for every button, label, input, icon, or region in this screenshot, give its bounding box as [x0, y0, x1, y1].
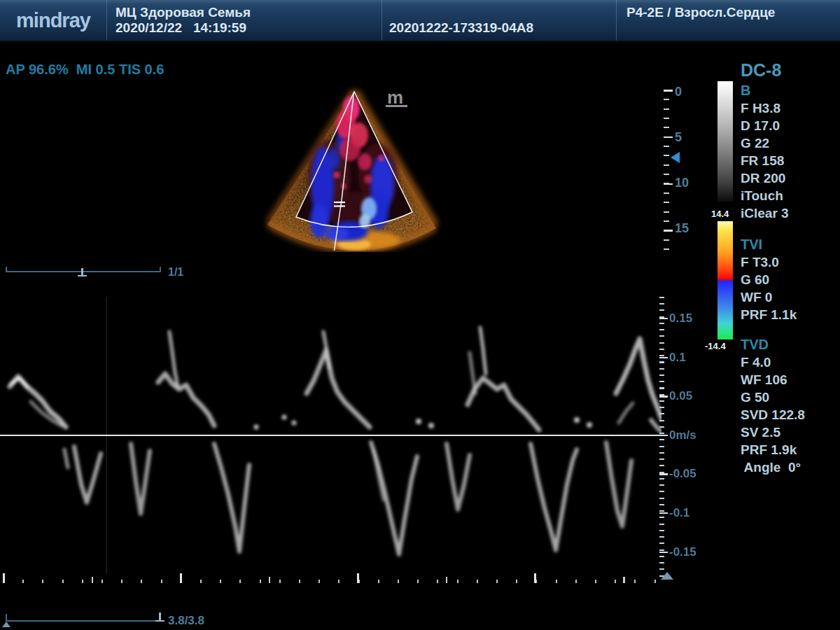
baseline [0, 435, 662, 436]
color-roi [296, 92, 412, 241]
tvi-param: PRF 1.1k [741, 306, 840, 323]
tvd-param: F 4.0 [741, 354, 840, 371]
sweep-track [6, 620, 161, 622]
tvi-param: F T3.0 [741, 253, 840, 271]
b-param: D 17.0 [741, 117, 840, 134]
tvi-colorbar [718, 221, 733, 340]
sweep-time-indicator: 3.8/3.8 [168, 614, 204, 628]
b-param: FR 158 [741, 152, 840, 169]
focus-marker-icon[interactable] [671, 152, 680, 163]
probe-preset: P4-2E / Взросл.Сердце [626, 5, 840, 20]
spectral-trace [10, 328, 662, 554]
depth-label: 5 [675, 130, 689, 144]
tvd-params: F 4.0WF 106G 50SVD 122.8SV 2.5PRF 1.9k A… [741, 354, 840, 476]
tvd-param: SV 2.5 [741, 424, 840, 441]
velocity-ruler-major-ticks [659, 318, 668, 554]
m-marker: m [386, 87, 407, 108]
b-mode-image: m [252, 77, 476, 266]
tvd-param: G 50 [741, 388, 840, 406]
tvd-param: SVD 122.8 [741, 406, 840, 424]
cine-track-start-cap [6, 267, 7, 272]
tvi-params: F T3.0G 60WF 0PRF 1.1k [741, 253, 840, 323]
b-param: iClear 3 [741, 204, 840, 222]
b-param: iTouch [741, 187, 840, 204]
title-bar: mindray МЦ Здоровая Семья 2020/12/22 14:… [0, 0, 840, 41]
depth-label: 10 [675, 176, 689, 190]
tvi-param: WF 0 [741, 288, 840, 306]
velocity-label: -0.05 [669, 467, 696, 481]
depth-label: 15 [675, 221, 689, 235]
velocity-label: 0m/s [669, 428, 696, 442]
tvd-param: WF 106 [741, 371, 840, 388]
cine-page-indicator: 1/1 [168, 266, 183, 279]
cine-track [6, 271, 161, 272]
tvd-param: PRF 1.9k [741, 441, 840, 458]
exam-datetime: 2020/12/22 14:19:59 [115, 20, 382, 36]
velocity-label: -0.1 [669, 506, 696, 520]
tvi-section-title: TVI [741, 235, 840, 253]
b-section-title: B [741, 81, 840, 99]
cine-handle-base[interactable] [78, 275, 87, 276]
sweep-handle-base[interactable] [155, 620, 164, 622]
velocity-ruler-labels: 0.150.10.050m/s-0.05-0.1-0.15 [669, 312, 696, 559]
b-param: DR 200 [741, 169, 840, 187]
sweep-cursor-icon[interactable] [661, 572, 673, 580]
hospital-cell: МЦ Здоровая Семья 2020/12/22 14:19:59 [106, 0, 382, 41]
hospital-name: МЦ Здоровая Семья [115, 5, 382, 20]
velocity-label: 0.1 [669, 351, 696, 365]
grayscale-bar [718, 81, 733, 202]
acoustic-output-readout: AP 96.6% MI 0.5 TIS 0.6 [6, 62, 164, 78]
b-param: F H3.8 [741, 99, 840, 117]
brand-logo: mindray [16, 9, 90, 32]
svg-text:m: m [387, 87, 403, 108]
tvi-scale-min: -14.4 [705, 341, 726, 351]
velocity-label: 0.15 [669, 312, 696, 326]
exam-id-cell: 20201222-173319-04A8 [382, 0, 616, 41]
depth-label: 0 [675, 85, 689, 99]
depth-ruler-major-ticks [664, 90, 673, 238]
exam-id: 20201222-173319-04A8 [389, 20, 533, 36]
settings-panel: DC-8 B F H3.8D 17.0G 22FR 158DR 200iTouc… [741, 60, 840, 476]
tvd-section-title: TVD [741, 335, 840, 354]
time-ticks-major [3, 573, 661, 583]
sweep-start-marker-icon [2, 622, 10, 627]
probe-cell: P4-2E / Взросл.Сердце [616, 0, 840, 41]
b-param: G 22 [741, 134, 840, 152]
brand-logo-cell: mindray [0, 0, 106, 41]
sweep-track-start-cap [6, 614, 7, 620]
velocity-label: 0.05 [669, 389, 696, 403]
system-model: DC-8 [741, 60, 840, 81]
b-params: F H3.8D 17.0G 22FR 158DR 200iTouchiClear… [741, 99, 840, 222]
velocity-label: -0.15 [669, 545, 696, 559]
tvi-scale-max: 14.4 [711, 209, 729, 219]
ultrasound-screen: { "header": { "logo": "mindray", "hospit… [0, 0, 840, 630]
cine-track-end-cap [160, 267, 161, 272]
tvi-param: G 60 [741, 271, 840, 288]
tvd-param: Angle 0° [741, 458, 840, 476]
spectral-display [0, 294, 662, 582]
